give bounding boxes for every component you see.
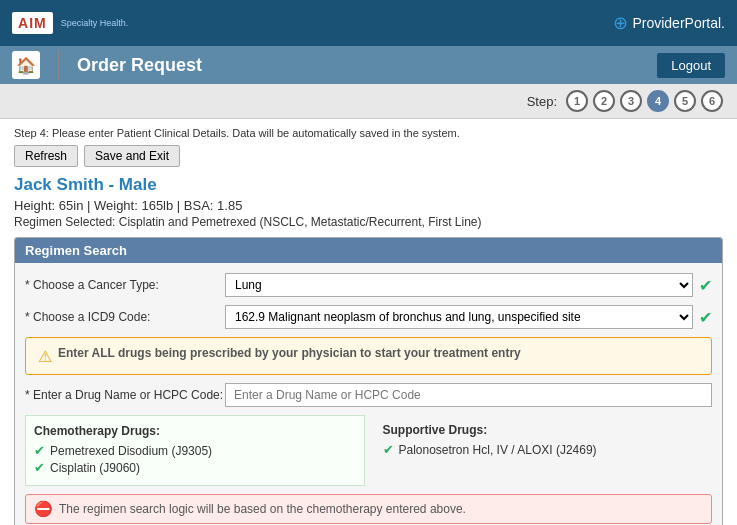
steps-bar: Step: 1 2 3 4 5 6 — [0, 84, 737, 119]
regimen-search-section: Regimen Search * Choose a Cancer Type: L… — [14, 237, 723, 525]
info-text: The regimen search logic will be based o… — [59, 502, 466, 516]
step-1[interactable]: 1 — [566, 90, 588, 112]
chemo-drug-1: ✔ Pemetrexed Disodium (J9305) — [34, 443, 356, 458]
step-5[interactable]: 5 — [674, 90, 696, 112]
icd9-row: * Choose a ICD9 Code: 162.9 Malignant ne… — [25, 305, 712, 329]
chemo-drug-1-check-icon: ✔ — [34, 443, 45, 458]
supportive-drug-1-name: Palonosetron Hcl, IV / ALOXI (J2469) — [399, 443, 597, 457]
logo-subtitle: Specialty Health. — [61, 18, 129, 28]
step-info: Step 4: Please enter Patient Clinical De… — [14, 127, 723, 139]
icd9-label: * Choose a ICD9 Code: — [25, 310, 225, 324]
logout-button[interactable]: Logout — [657, 53, 725, 78]
icd9-select[interactable]: 162.9 Malignant neoplasm of bronchus and… — [225, 305, 693, 329]
patient-regimen: Regimen Selected: Cisplatin and Pemetrex… — [14, 215, 723, 229]
info-icon: ⛔ — [34, 500, 53, 518]
warning-icon: ⚠ — [38, 347, 52, 366]
warning-text: Enter ALL drugs being prescribed by your… — [58, 346, 521, 360]
drug-input-label: * Enter a Drug Name or HCPC Code: — [25, 388, 225, 402]
save-exit-button[interactable]: Save and Exit — [84, 145, 180, 167]
chemo-drug-1-name: Pemetrexed Disodium (J9305) — [50, 444, 212, 458]
step-2[interactable]: 2 — [593, 90, 615, 112]
aim-logo: AIM — [12, 12, 53, 34]
info-bar: ⛔ The regimen search logic will be based… — [25, 494, 712, 524]
steps-label: Step: — [527, 94, 557, 109]
drug-input[interactable] — [225, 383, 712, 407]
nav-divider — [58, 50, 59, 80]
nav-left: 🏠 Order Request — [12, 50, 202, 80]
icd9-check-icon: ✔ — [699, 308, 712, 327]
provider-icon: ⊕ — [613, 12, 628, 34]
action-buttons: Refresh Save and Exit — [14, 145, 723, 167]
supportive-drug-1: ✔ Palonosetron Hcl, IV / ALOXI (J2469) — [383, 442, 705, 457]
drug-input-row: * Enter a Drug Name or HCPC Code: — [25, 383, 712, 407]
cancer-type-label: * Choose a Cancer Type: — [25, 278, 225, 292]
drug-lists: Chemotherapy Drugs: ✔ Pemetrexed Disodiu… — [25, 415, 712, 486]
cancer-type-check-icon: ✔ — [699, 276, 712, 295]
navbar: 🏠 Order Request Logout — [0, 46, 737, 84]
main-content: Step 4: Please enter Patient Clinical De… — [0, 119, 737, 525]
home-button[interactable]: 🏠 — [12, 51, 40, 79]
chemo-drug-2: ✔ Cisplatin (J9060) — [34, 460, 356, 475]
regimen-body: * Choose a Cancer Type: Lung ✔ * Choose … — [15, 263, 722, 525]
step-4[interactable]: 4 — [647, 90, 669, 112]
step-3[interactable]: 3 — [620, 90, 642, 112]
logo-area: AIM Specialty Health. — [12, 12, 128, 34]
patient-stats: Height: 65in | Weight: 165lb | BSA: 1.85 — [14, 198, 723, 213]
provider-portal: ⊕ ProviderPortal. — [613, 12, 725, 34]
supportive-title: Supportive Drugs: — [383, 423, 705, 437]
header: AIM Specialty Health. ⊕ ProviderPortal. — [0, 0, 737, 46]
patient-name: Jack Smith - Male — [14, 175, 723, 195]
warning-box: ⚠ Enter ALL drugs being prescribed by yo… — [25, 337, 712, 375]
chemo-drug-2-check-icon: ✔ — [34, 460, 45, 475]
refresh-button[interactable]: Refresh — [14, 145, 78, 167]
cancer-type-row: * Choose a Cancer Type: Lung ✔ — [25, 273, 712, 297]
page-title: Order Request — [77, 55, 202, 76]
supportive-drugs-box: Supportive Drugs: ✔ Palonosetron Hcl, IV… — [375, 415, 713, 486]
cancer-type-select[interactable]: Lung — [225, 273, 693, 297]
chemo-drug-2-name: Cisplatin (J9060) — [50, 461, 140, 475]
supportive-drug-1-check-icon: ✔ — [383, 442, 394, 457]
chemo-drugs-box: Chemotherapy Drugs: ✔ Pemetrexed Disodiu… — [25, 415, 365, 486]
step-6[interactable]: 6 — [701, 90, 723, 112]
chemo-title: Chemotherapy Drugs: — [34, 424, 356, 438]
regimen-header: Regimen Search — [15, 238, 722, 263]
